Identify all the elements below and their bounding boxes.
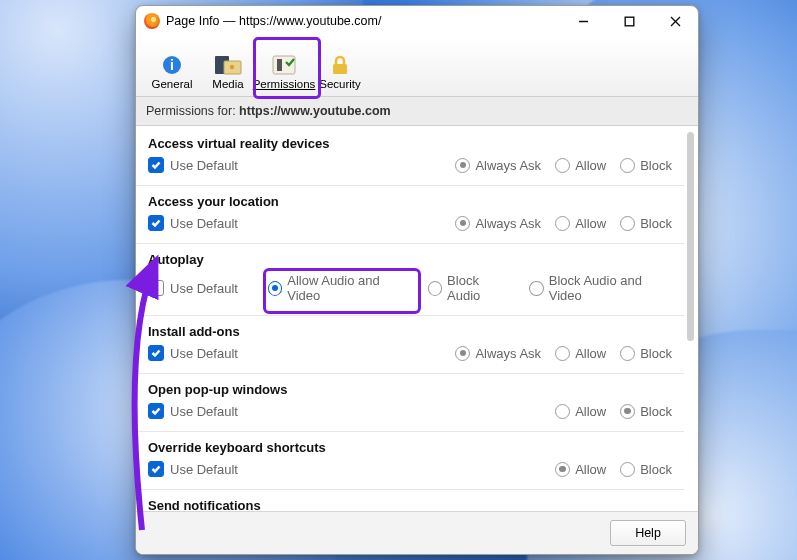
- permission-option-block[interactable]: Block: [620, 404, 672, 419]
- permission-group-vr: Access virtual reality devicesUse Defaul…: [136, 128, 684, 186]
- permission-group-autoplay: AutoplayUse DefaultAllow Audio and Video…: [136, 244, 684, 316]
- use-default-option[interactable]: Use Default: [148, 345, 238, 361]
- permission-title: Access your location: [148, 194, 672, 209]
- radio-allow[interactable]: [555, 404, 570, 419]
- radio-block_av[interactable]: [529, 281, 543, 296]
- permission-option-label: Block: [640, 158, 672, 173]
- svg-rect-7: [277, 59, 282, 71]
- permission-group-popups: Open pop-up windowsUse DefaultAllowBlock: [136, 374, 684, 432]
- radio-allow_av[interactable]: [268, 281, 282, 296]
- toolbar-tab-label: General: [152, 78, 193, 90]
- permission-option-label: Block: [640, 346, 672, 361]
- permission-group-location: Access your locationUse DefaultAlways As…: [136, 186, 684, 244]
- radio-allow[interactable]: [555, 346, 570, 361]
- toolbar-tab-label: Media: [212, 78, 243, 90]
- permission-option-block[interactable]: Block: [620, 216, 672, 231]
- svg-rect-0: [625, 17, 634, 26]
- toolbar-tab-label: Permissions: [253, 78, 316, 90]
- permission-option-block[interactable]: Block: [620, 462, 672, 477]
- radio-block[interactable]: [620, 346, 635, 361]
- permission-group-notif: Send notificationsUse DefaultAlways AskA…: [136, 490, 684, 511]
- permission-option-label: Block Audio and Video: [549, 273, 672, 303]
- permission-option-allow_av[interactable]: Allow Audio and Video: [268, 273, 410, 303]
- use-default-option[interactable]: Use Default: [148, 403, 238, 419]
- titlebar[interactable]: Page Info — https://www.youtube.com/: [136, 6, 698, 36]
- permission-option-allow[interactable]: Allow: [555, 404, 606, 419]
- toolbar-tab-security[interactable]: Security: [312, 40, 368, 90]
- permission-option-block_av[interactable]: Block Audio and Video: [529, 273, 672, 303]
- use-default-label: Use Default: [170, 158, 238, 173]
- use-default-checkbox[interactable]: [148, 461, 164, 477]
- permission-option-allow[interactable]: Allow: [555, 346, 606, 361]
- media-icon: [213, 52, 243, 78]
- use-default-checkbox[interactable]: [148, 215, 164, 231]
- use-default-option[interactable]: Use Default: [148, 157, 238, 173]
- toolbar: iGeneralMediaPermissionsSecurity: [136, 36, 698, 97]
- permission-option-allow[interactable]: Allow: [555, 216, 606, 231]
- permission-title: Access virtual reality devices: [148, 136, 672, 151]
- minimize-button[interactable]: [560, 6, 606, 36]
- toolbar-tab-media[interactable]: Media: [200, 40, 256, 90]
- permissions-list: Access virtual reality devicesUse Defaul…: [136, 126, 684, 511]
- permission-options: AllowBlock: [555, 462, 672, 477]
- permission-option-block_audio[interactable]: Block Audio: [428, 273, 512, 303]
- permission-option-label: Allow: [575, 158, 606, 173]
- permissions-for-bar: Permissions for: https://www.youtube.com: [136, 97, 698, 126]
- permission-option-label: Allow: [575, 404, 606, 419]
- permission-option-label: Always Ask: [475, 158, 541, 173]
- svg-rect-8: [333, 64, 347, 74]
- window-title: Page Info — https://www.youtube.com/: [166, 14, 381, 28]
- radio-always_ask[interactable]: [455, 216, 470, 231]
- toolbar-tab-label: Security: [319, 78, 361, 90]
- svg-point-5: [230, 65, 234, 69]
- permission-group-shortcuts: Override keyboard shortcutsUse DefaultAl…: [136, 432, 684, 490]
- radio-block[interactable]: [620, 216, 635, 231]
- permission-option-allow[interactable]: Allow: [555, 462, 606, 477]
- permission-options: Always AskAllowBlock: [455, 346, 672, 361]
- permission-option-label: Allow: [575, 462, 606, 477]
- permission-title: Install add-ons: [148, 324, 672, 339]
- radio-allow[interactable]: [555, 462, 570, 477]
- use-default-checkbox[interactable]: [148, 345, 164, 361]
- permission-option-label: Block: [640, 216, 672, 231]
- radio-block[interactable]: [620, 158, 635, 173]
- use-default-checkbox[interactable]: [148, 403, 164, 419]
- permission-option-always_ask[interactable]: Always Ask: [455, 158, 541, 173]
- close-button[interactable]: [652, 6, 698, 36]
- radio-block_audio[interactable]: [428, 281, 442, 296]
- use-default-option[interactable]: Use Default: [148, 280, 238, 296]
- permission-options: AllowBlock: [555, 404, 672, 419]
- use-default-option[interactable]: Use Default: [148, 215, 238, 231]
- permission-title: Autoplay: [148, 252, 672, 267]
- perm-icon: [269, 52, 299, 78]
- radio-block[interactable]: [620, 462, 635, 477]
- scrollbar-thumb[interactable]: [687, 132, 694, 341]
- toolbar-tab-general[interactable]: iGeneral: [144, 40, 200, 90]
- use-default-checkbox[interactable]: [148, 280, 164, 296]
- permission-option-block[interactable]: Block: [620, 346, 672, 361]
- permission-title: Send notifications: [148, 498, 672, 511]
- radio-allow[interactable]: [555, 216, 570, 231]
- permission-option-block[interactable]: Block: [620, 158, 672, 173]
- scrollbar[interactable]: [687, 132, 694, 505]
- permission-option-allow[interactable]: Allow: [555, 158, 606, 173]
- radio-always_ask[interactable]: [455, 158, 470, 173]
- help-button[interactable]: Help: [610, 520, 686, 546]
- info-icon: i: [157, 52, 187, 78]
- permission-option-always_ask[interactable]: Always Ask: [455, 346, 541, 361]
- permission-options: Always AskAllowBlock: [455, 216, 672, 231]
- radio-always_ask[interactable]: [455, 346, 470, 361]
- page-info-window: Page Info — https://www.youtube.com/ iGe…: [135, 5, 699, 555]
- toolbar-tab-permissions[interactable]: Permissions: [256, 40, 312, 90]
- permission-title: Open pop-up windows: [148, 382, 672, 397]
- permission-option-label: Block: [640, 404, 672, 419]
- use-default-checkbox[interactable]: [148, 157, 164, 173]
- permission-option-label: Allow Audio and Video: [287, 273, 410, 303]
- use-default-option[interactable]: Use Default: [148, 461, 238, 477]
- radio-allow[interactable]: [555, 158, 570, 173]
- permission-option-always_ask[interactable]: Always Ask: [455, 216, 541, 231]
- radio-block[interactable]: [620, 404, 635, 419]
- permission-option-label: Always Ask: [475, 346, 541, 361]
- help-button-label: Help: [635, 526, 661, 540]
- maximize-button[interactable]: [606, 6, 652, 36]
